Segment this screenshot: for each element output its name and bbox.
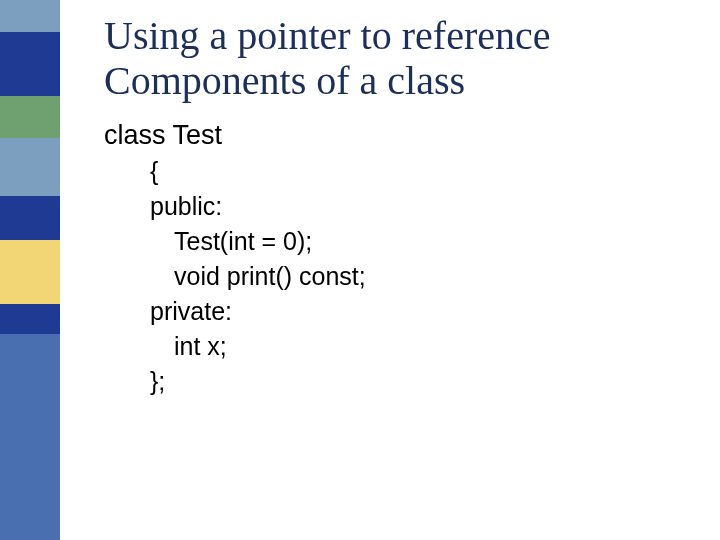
slide-title: Using a pointer to reference Components … — [104, 14, 684, 104]
code-line: int x; — [104, 332, 664, 361]
sidebar-color-block — [0, 0, 60, 32]
sidebar-color-block — [0, 334, 60, 540]
sidebar-color-block — [0, 32, 60, 96]
code-line: public: — [104, 192, 664, 221]
code-line: }; — [104, 367, 664, 396]
code-line: class Test — [104, 120, 664, 151]
code-line: { — [104, 157, 664, 186]
title-line-1: Using a pointer to reference — [104, 13, 550, 58]
code-line: private: — [104, 297, 664, 326]
code-line: Test(int = 0); — [104, 227, 664, 256]
decorative-sidebar — [0, 0, 60, 540]
title-line-2: Components of a class — [104, 58, 465, 103]
slide: Using a pointer to reference Components … — [0, 0, 720, 540]
sidebar-color-block — [0, 196, 60, 240]
sidebar-color-block — [0, 138, 60, 196]
code-line: void print() const; — [104, 262, 664, 291]
sidebar-color-block — [0, 240, 60, 304]
code-block: class Test { public: Test(int = 0); void… — [104, 120, 664, 402]
sidebar-color-block — [0, 304, 60, 334]
sidebar-color-block — [0, 96, 60, 138]
